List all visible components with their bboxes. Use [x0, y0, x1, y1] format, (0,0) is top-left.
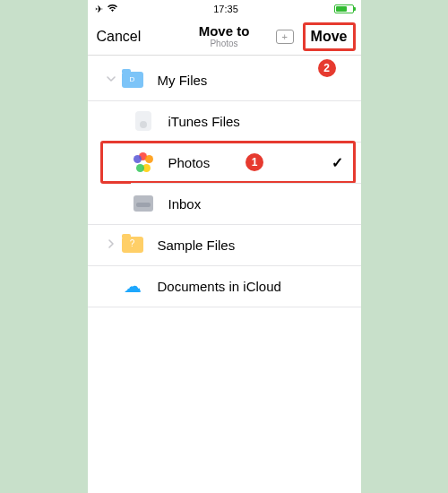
itunes-icon — [131, 108, 156, 134]
row-photos[interactable]: Photos 1 ✓ — [88, 142, 361, 183]
inbox-icon — [131, 191, 156, 216]
checkmark-icon: ✓ — [332, 154, 343, 171]
battery-icon — [334, 4, 354, 13]
new-folder-icon[interactable]: + — [276, 30, 294, 44]
status-time: 17:35 — [213, 4, 238, 14]
row-label: Documents in iCloud — [158, 279, 281, 294]
move-button[interactable]: Move — [303, 22, 356, 51]
row-label: iTunes Files — [168, 114, 240, 129]
chevron-right-icon[interactable] — [102, 238, 120, 252]
cancel-button[interactable]: Cancel — [93, 29, 142, 45]
cloud-icon: ☁ — [120, 273, 145, 298]
callout-badge-1: 1 — [246, 153, 263, 171]
move-to-screen: ✈ 17:35 Cancel Move to Photos + Move 2 D… — [88, 0, 361, 493]
row-inbox[interactable]: Inbox — [88, 183, 361, 224]
row-my-files[interactable]: D My Files — [88, 59, 361, 100]
nav-bar: Cancel Move to Photos + Move — [88, 18, 361, 56]
chevron-down-icon[interactable] — [102, 74, 120, 87]
folder-icon: D — [120, 67, 145, 92]
row-label: Photos — [168, 155, 211, 170]
airplane-mode-icon: ✈ — [95, 4, 103, 15]
folder-icon: ? — [120, 232, 145, 257]
row-label: Sample Files — [158, 238, 236, 253]
row-sample-files[interactable]: ? Sample Files — [88, 224, 361, 265]
row-itunes-files[interactable]: iTunes Files — [88, 100, 361, 142]
folder-list: D My Files iTunes Files Photos 1 ✓ Inbox — [88, 59, 361, 307]
wifi-icon — [107, 4, 118, 14]
photos-icon — [131, 150, 156, 175]
status-bar: ✈ 17:35 — [88, 0, 361, 18]
row-documents-icloud[interactable]: ☁ Documents in iCloud — [88, 265, 361, 307]
row-label: My Files — [158, 73, 208, 88]
row-label: Inbox — [168, 196, 202, 212]
